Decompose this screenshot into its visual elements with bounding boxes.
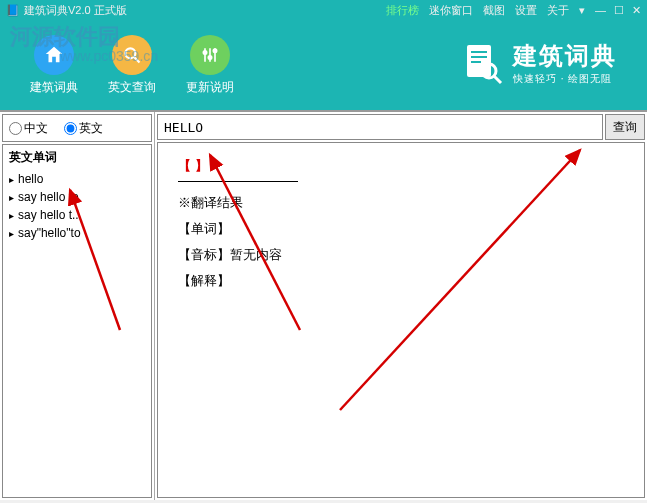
- svg-rect-11: [471, 61, 481, 63]
- nav-dictionary[interactable]: 建筑词典: [30, 35, 78, 96]
- home-icon: [34, 35, 74, 75]
- header: 建筑词典 英文查询 更新说明 建筑词典 快速轻巧 · 绘图无阻: [0, 20, 647, 110]
- menu-about[interactable]: 关于: [547, 3, 569, 18]
- result-explain-label: 【解释】: [178, 272, 624, 290]
- maximize-button[interactable]: ☐: [614, 4, 624, 17]
- language-radio-group: 中文 英文: [2, 114, 152, 142]
- titlebar: 📘 建筑词典V2.0 正式版 排行榜 迷你窗口 截图 设置 关于 ▾ — ☐ ✕: [0, 0, 647, 20]
- brand: 建筑词典 快速轻巧 · 绘图无阻: [461, 40, 617, 86]
- app-icon: 📘: [6, 4, 20, 17]
- radio-english[interactable]: 英文: [64, 120, 103, 137]
- sliders-icon: [190, 35, 230, 75]
- svg-point-5: [208, 55, 211, 58]
- result-word-label: 【单词】: [178, 220, 624, 238]
- list-item[interactable]: say hello t...: [3, 206, 151, 224]
- menu-mini[interactable]: 迷你窗口: [429, 3, 473, 18]
- search-input[interactable]: [157, 114, 603, 140]
- list-item[interactable]: say hello to: [3, 188, 151, 206]
- menu-rank[interactable]: 排行榜: [386, 3, 419, 18]
- radio-english-label: 英文: [79, 120, 103, 137]
- close-button[interactable]: ✕: [632, 4, 641, 17]
- search-row: 查询: [157, 114, 645, 140]
- list-item[interactable]: hello: [3, 170, 151, 188]
- word-list[interactable]: 英文单词 hello say hello to say hello t... s…: [2, 144, 152, 498]
- radio-chinese-label: 中文: [24, 120, 48, 137]
- brand-subtitle: 快速轻巧 · 绘图无阻: [513, 72, 617, 86]
- result-phonetic-label: 【音标】暂无内容: [178, 246, 624, 264]
- svg-line-1: [135, 57, 140, 62]
- app-title: 建筑词典V2.0 正式版: [24, 3, 127, 18]
- result-title-bracket: 【 】: [178, 157, 298, 182]
- content-area: 中文 英文 英文单词 hello say hello to say hello …: [0, 110, 647, 500]
- menu-settings[interactable]: 设置: [515, 3, 537, 18]
- list-item[interactable]: say"hello"to: [3, 224, 151, 242]
- svg-point-7: [213, 49, 216, 52]
- word-list-header: 英文单词: [3, 145, 151, 170]
- nav-english-query[interactable]: 英文查询: [108, 35, 156, 96]
- radio-chinese[interactable]: 中文: [9, 120, 48, 137]
- svg-point-0: [125, 48, 135, 58]
- brand-icon: [461, 41, 505, 85]
- nav-english-query-label: 英文查询: [108, 79, 156, 96]
- svg-rect-10: [471, 56, 487, 58]
- nav-updates[interactable]: 更新说明: [186, 35, 234, 96]
- left-panel: 中文 英文 英文单词 hello say hello to say hello …: [0, 112, 155, 500]
- svg-point-3: [203, 50, 206, 53]
- svg-line-13: [494, 76, 501, 83]
- about-dropdown-icon[interactable]: ▾: [579, 4, 585, 17]
- nav-updates-label: 更新说明: [186, 79, 234, 96]
- result-box: 【 】 ※翻译结果 【单词】 【音标】暂无内容 【解释】: [157, 142, 645, 498]
- search-button[interactable]: 查询: [605, 114, 645, 140]
- minimize-button[interactable]: —: [595, 4, 606, 17]
- nav-dictionary-label: 建筑词典: [30, 79, 78, 96]
- menu-screenshot[interactable]: 截图: [483, 3, 505, 18]
- translation-header: ※翻译结果: [178, 194, 624, 212]
- brand-title: 建筑词典: [513, 40, 617, 72]
- search-icon: [112, 35, 152, 75]
- svg-rect-9: [471, 51, 487, 53]
- right-panel: 查询 【 】 ※翻译结果 【单词】 【音标】暂无内容 【解释】: [155, 112, 647, 500]
